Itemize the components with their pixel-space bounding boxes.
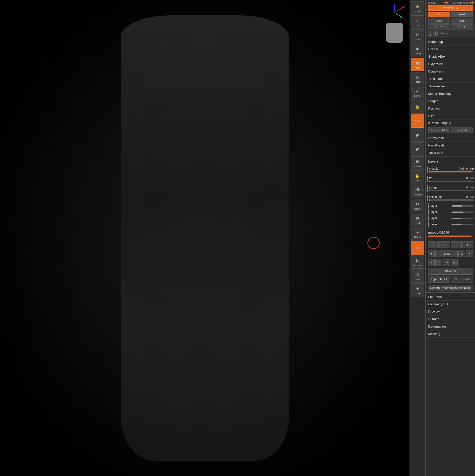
record-deformation-btn[interactable]: Record Deformation Animation	[428, 285, 473, 291]
masking-item[interactable]: Masking	[426, 330, 475, 338]
actual-tool[interactable]: ⊡ Actual	[411, 29, 424, 43]
ear2-tool[interactable]: ◉	[411, 142, 424, 156]
xpose-tool[interactable]: ✦ Xpose	[411, 283, 424, 297]
persp-label: Persp	[414, 67, 420, 69]
zoom3d-tool[interactable]: 🔎 Zoom3D	[411, 185, 424, 198]
layer-fat-slider[interactable]	[429, 181, 474, 182]
rotate-tool[interactable]: ↺ Rotate	[411, 199, 424, 212]
layer-empty-1-slider[interactable]	[451, 205, 473, 207]
preview-item[interactable]: Preview	[426, 308, 475, 315]
fix-mesh-btn[interactable]: Fix Mesh	[451, 127, 473, 133]
scale-btn[interactable]: Scale	[428, 18, 450, 24]
layer-chestopen-slider[interactable]	[429, 199, 474, 201]
move-tool[interactable]: ✋ Move	[411, 170, 424, 184]
layer-empty-3[interactable]: Layer	[426, 215, 475, 221]
layer-icon-btn-4[interactable]: ↙	[428, 259, 435, 266]
edgeloop-item[interactable]: EdgeLoop	[426, 38, 475, 46]
ghost-tool[interactable]: ●	[411, 241, 424, 255]
rot-x-btn[interactable]: Rot X	[451, 24, 473, 30]
muscly-bottom-slider[interactable]	[428, 236, 473, 237]
layer-skinny[interactable]: skinny 0	[426, 184, 475, 193]
xyz-tool[interactable]: XYZ	[411, 114, 424, 128]
ear1-tool[interactable]: ◉	[411, 128, 424, 142]
viewport[interactable]	[0, 0, 409, 476]
stager-item[interactable]: Stager	[426, 97, 475, 105]
model-head-preview[interactable]	[386, 23, 403, 43]
action-forward-btn[interactable]: →	[451, 241, 462, 248]
layer-muscly-slider[interactable]	[429, 171, 474, 172]
dynamesh-item[interactable]: DynaMesh	[426, 68, 475, 75]
layer-muscly[interactable]: muscly 0.9646	[426, 165, 475, 174]
mdd-speed-btn[interactable]: MDD Speed	[451, 276, 473, 283]
layer-chestopen-name: chestOpen	[429, 195, 466, 199]
import-mdd-btn[interactable]: Import MDD	[428, 276, 450, 283]
arraymesh-item[interactable]: ArrayMesh	[426, 134, 475, 142]
layer-icon-btn-2[interactable]: ⊞	[458, 250, 465, 257]
dynamic-tool[interactable]: ◐ Dynamic	[411, 255, 424, 269]
up-arrow-btn[interactable]: ▲	[428, 31, 432, 36]
rot-z-btn[interactable]: Rot Z	[428, 24, 450, 30]
micropoly-on-btn[interactable]: MicroPoly On	[428, 5, 473, 11]
polyf-icon: ▦	[414, 215, 420, 221]
ghost-icon: ●	[414, 245, 420, 251]
lsym-tool[interactable]: ↔ L Sym	[411, 86, 424, 99]
layer-icon-btn-1[interactable]: ■	[428, 250, 435, 257]
tessimate-item[interactable]: Tessimate	[426, 75, 475, 83]
shadowbox-item[interactable]: ShadowBox	[426, 53, 475, 60]
thick-skin-item[interactable]: Thick Skin	[426, 149, 475, 157]
aahalf-tool[interactable]: ⊞ AAHalf	[411, 44, 424, 57]
lsym-icon: ↔	[414, 88, 420, 94]
layer-icon-btn-5[interactable]: ↺	[435, 259, 442, 266]
deformation-item[interactable]: Deformation	[426, 323, 475, 330]
align-btn[interactable]: Align	[451, 18, 473, 24]
frame-tool[interactable]: ⊞ Frame	[411, 156, 424, 170]
layer-skinny-slider[interactable]	[429, 190, 474, 191]
geometry-hd-item[interactable]: Geometry HD	[426, 301, 475, 308]
solo-tool[interactable]: ◎ Solo	[411, 269, 424, 283]
layer-empty-4-slider[interactable]	[451, 224, 473, 225]
transp-tool[interactable]: ◈ Transp	[411, 227, 424, 240]
size-item[interactable]: Size	[426, 112, 475, 120]
position-item[interactable]: Position	[426, 105, 475, 112]
surface-item[interactable]: Surface	[426, 315, 475, 323]
offset-slider[interactable]	[444, 2, 448, 3]
floor-tool[interactable]: ⊟ Floor	[411, 72, 424, 85]
fibermesh-item[interactable]: FiberMesh	[426, 293, 475, 301]
layer-chestopen[interactable]: chestOpen 0	[426, 193, 475, 202]
viewport-canvas[interactable]	[0, 0, 409, 476]
layer-icon-btn-3[interactable]: ✕	[466, 250, 473, 257]
scroll-tool[interactable]: ⊕ Scroll	[411, 1, 424, 15]
scale-align-row: Scale Align	[428, 18, 473, 24]
claypolish-item[interactable]: ClayPolish	[426, 60, 475, 68]
layer-icon-btn-7[interactable]: ⊕	[451, 259, 458, 266]
layer-empty-2-slider[interactable]	[451, 212, 473, 213]
layer-empty-4[interactable]: Layer	[426, 221, 475, 227]
layers-header[interactable]: Layers	[426, 158, 475, 165]
fit-btn[interactable]: Fit	[428, 12, 450, 17]
layer-empty-3-slider[interactable]	[451, 218, 473, 219]
layer-empty-1[interactable]: Layer	[426, 203, 475, 209]
nanomesh-item[interactable]: NanoMesh	[426, 142, 475, 149]
action-up-btn[interactable]: ↑	[428, 241, 439, 248]
lock-tool[interactable]: 🔒	[411, 100, 424, 114]
crease-item[interactable]: Crease	[426, 46, 475, 53]
check-mesh-btn[interactable]: Check Mesh Inte	[428, 127, 450, 133]
weld-btn[interactable]: Weld	[451, 12, 473, 17]
action-down-btn[interactable]: ↓	[439, 241, 450, 248]
solo-icon: ◎	[414, 272, 420, 278]
polyf-tool[interactable]: ▦ Polyf	[411, 213, 424, 226]
zoom-tool[interactable]: ⌕ Zoom	[411, 15, 424, 29]
smoothness-slider[interactable]	[469, 2, 473, 3]
layer-skinny-indicator	[427, 185, 428, 192]
down-arrow-btn[interactable]: ▼	[433, 31, 438, 36]
layer-empty-2[interactable]: Layer	[426, 209, 475, 215]
layer-icon-btn-6[interactable]: ↻	[443, 259, 450, 266]
name-btn[interactable]: Name	[435, 250, 458, 257]
layer-fat[interactable]: fat 0	[426, 175, 475, 184]
action-plus-btn[interactable]: ⊕	[462, 241, 473, 248]
bake-all-btn[interactable]: Bake All	[428, 268, 473, 275]
layer-extra-row: ↙ ↺ ↻ ⊕	[426, 258, 475, 267]
modify-topology-item[interactable]: Modify Topology	[426, 90, 475, 97]
persp-tool[interactable]: ▦ Persp	[411, 58, 424, 71]
zremesher-item[interactable]: ZRemesher	[426, 83, 475, 90]
